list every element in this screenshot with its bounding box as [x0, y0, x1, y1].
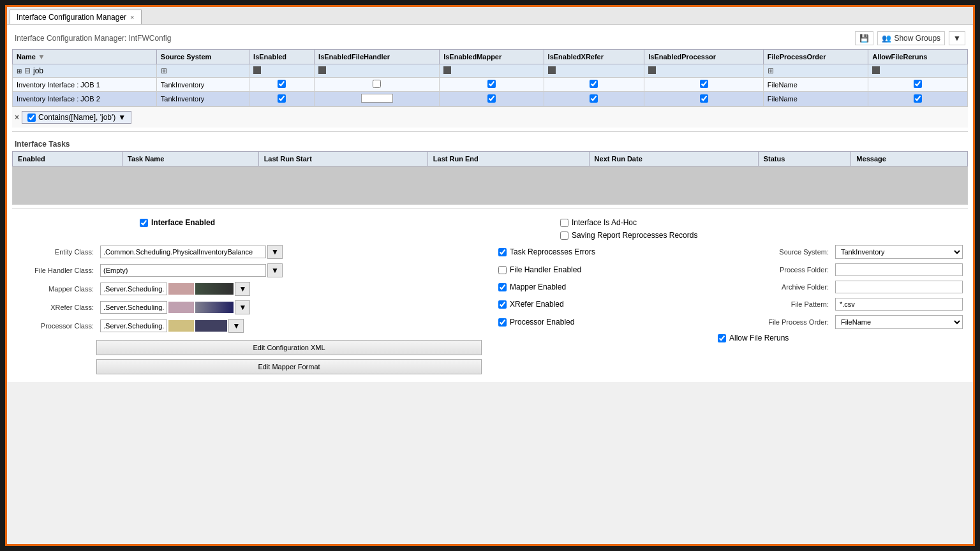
row2-enabled-cb[interactable]	[278, 94, 286, 103]
row1-afr	[868, 78, 968, 92]
entity-class-dropdown[interactable]: ▼	[267, 245, 283, 259]
data-grid: Name ▼ Source System IsEnabled IsEnabled…	[12, 49, 968, 107]
file-handler-enabled-checkbox[interactable]	[498, 266, 507, 274]
interface-tasks-label: Interface Tasks	[12, 136, 968, 151]
xrefer-enabled-label[interactable]: XRefer Enabled	[498, 300, 564, 309]
row1-mapper-cb[interactable]	[487, 80, 496, 88]
interface-adhoc-label[interactable]: Interface Is Ad-Hoc	[560, 218, 968, 227]
saving-report-checkbox[interactable]	[560, 231, 568, 240]
row1-processor-cb[interactable]	[700, 80, 708, 88]
grid-header-row: Name ▼ Source System IsEnabled IsEnabled…	[13, 50, 968, 64]
row2-processor-cb[interactable]	[700, 94, 708, 103]
interface-adhoc-text: Interface Is Ad-Hoc	[572, 218, 637, 227]
allow-file-reruns-checkbox[interactable]	[718, 334, 726, 342]
mapper-enabled-text: Mapper Enabled	[510, 283, 566, 291]
interface-adhoc-checkbox[interactable]	[560, 219, 568, 227]
header-actions: 💾 👥 Show Groups ▼	[855, 31, 965, 45]
col-is-enabled-processor: IsEnabledProcessor	[644, 50, 764, 64]
filter-icon: ▼	[953, 34, 961, 43]
interface-enabled-label[interactable]: Interface Enabled	[140, 218, 547, 227]
archive-folder-label: Archive Folder:	[759, 283, 829, 291]
table-row[interactable]: Inventory Interface : JOB 2 TankInventor…	[13, 92, 968, 107]
interface-enabled-checkbox[interactable]	[140, 219, 148, 227]
group-row-processor	[644, 64, 764, 78]
row1-fh-cb[interactable]	[373, 80, 381, 88]
row1-source: TankInventory	[156, 78, 249, 92]
group-row-job[interactable]: ⊞ ⊟ job ⊞ ⊞	[13, 64, 968, 78]
file-handler-class-row: File Handler Class: ▼	[17, 263, 482, 277]
filter-remove-button[interactable]: ×	[15, 113, 19, 122]
process-folder-label: Process Folder:	[759, 266, 829, 274]
xrefer-class-dropdown[interactable]: ▼	[235, 300, 250, 314]
entity-class-input[interactable]	[100, 246, 266, 258]
row2-mapper-cb[interactable]	[487, 94, 496, 103]
process-folder-input[interactable]	[835, 263, 963, 276]
row2-source: TankInventory	[156, 92, 249, 107]
filter-button[interactable]: ▼	[949, 31, 965, 45]
main-window: Interface Configuration Manager × Interf…	[5, 5, 975, 546]
file-handler-class-input[interactable]	[100, 264, 266, 277]
group-row-fh	[315, 64, 440, 78]
divider-2	[12, 209, 968, 209]
table-row[interactable]: Inventory Interface : JOB 1 TankInventor…	[13, 78, 968, 92]
file-handler-enabled-label[interactable]: File Handler Enabled	[498, 265, 581, 274]
row2-afr-cb[interactable]	[914, 94, 922, 103]
source-system-select[interactable]: TankInventory	[835, 245, 963, 259]
edit-config-xml-button[interactable]: Edit Configuration XML	[96, 340, 482, 355]
col-is-enabled-mapper: IsEnabledMapper	[440, 50, 544, 64]
filter-dropdown-icon[interactable]: ▼	[118, 113, 126, 122]
processor-enabled-checkbox[interactable]	[498, 318, 507, 327]
file-process-order-select[interactable]: FileName	[835, 315, 963, 329]
row1-xrefer	[544, 78, 644, 92]
filter-checkbox[interactable]	[27, 114, 36, 122]
group-row-mapper	[440, 64, 544, 78]
form-right-col: Task Reprocesses Errors Source System: T…	[493, 245, 968, 374]
file-handler-enabled-text: File Handler Enabled	[510, 265, 581, 274]
allow-file-reruns-text: Allow File Reruns	[729, 334, 789, 342]
row2-mapper	[440, 92, 544, 107]
group-sq-fh	[318, 66, 326, 74]
task-reprocesses-checkbox[interactable]	[498, 248, 507, 256]
archive-folder-input[interactable]	[835, 281, 963, 293]
show-groups-button[interactable]: 👥 Show Groups	[877, 31, 945, 45]
tab-close-button[interactable]: ×	[130, 13, 134, 21]
file-handler-class-dropdown[interactable]: ▼	[267, 263, 283, 277]
col-source-system: Source System	[156, 50, 249, 64]
group-row-enabled	[249, 64, 315, 78]
saving-report-label[interactable]: Saving Report Reprocesses Records	[560, 231, 968, 240]
xrefer-class-row: XRefer Class: .Server.Scheduling. ▼	[17, 300, 482, 314]
mapper-class-dropdown[interactable]: ▼	[235, 282, 250, 296]
group-sq-xrefer	[548, 66, 556, 74]
task-reprocesses-label[interactable]: Task Reprocesses Errors	[498, 247, 595, 256]
row1-mapper	[440, 78, 544, 92]
group-sq-processor	[648, 66, 656, 74]
row1-enabled-cb[interactable]	[278, 80, 286, 88]
edit-mapper-format-button[interactable]: Edit Mapper Format	[96, 359, 482, 374]
tasks-col-status: Status	[758, 152, 851, 166]
processor-class-dropdown[interactable]: ▼	[228, 319, 244, 333]
group-expand-icon[interactable]: ⊞	[17, 68, 22, 75]
mapper-enabled-checkbox[interactable]	[498, 283, 507, 291]
processor-enabled-label[interactable]: Processor Enabled	[498, 318, 574, 327]
file-pattern-input[interactable]	[835, 298, 963, 311]
source-system-label: Source System:	[759, 248, 829, 256]
main-tab[interactable]: Interface Configuration Manager ×	[10, 10, 142, 24]
allow-file-reruns-label[interactable]: Allow File Reruns	[718, 334, 789, 342]
xrefer-enabled-checkbox[interactable]	[498, 300, 507, 309]
mapper-enabled-row: Mapper Enabled Archive Folder:	[498, 281, 963, 293]
row2-fpo: FileName	[763, 92, 868, 107]
save-button[interactable]: 💾	[855, 31, 873, 45]
entity-class-label: Entity Class:	[17, 248, 94, 256]
row1-afr-cb[interactable]	[914, 80, 922, 88]
row2-fh-cb[interactable]	[361, 94, 393, 103]
row2-name: Inventory Interface : JOB 2	[13, 92, 157, 107]
task-reprocesses-row: Task Reprocesses Errors Source System: T…	[498, 245, 963, 259]
tasks-col-nextrundate: Next Run Date	[589, 152, 758, 166]
row1-xrefer-cb[interactable]	[590, 80, 598, 88]
mapper-class-field: .Server.Scheduling. ▼	[100, 282, 250, 296]
col-is-enabled-file-handler: IsEnabledFileHandler	[315, 50, 440, 64]
mapper-enabled-label[interactable]: Mapper Enabled	[498, 283, 566, 291]
tasks-empty-body	[13, 166, 968, 205]
row1-processor	[644, 78, 764, 92]
row2-xrefer-cb[interactable]	[590, 94, 598, 103]
